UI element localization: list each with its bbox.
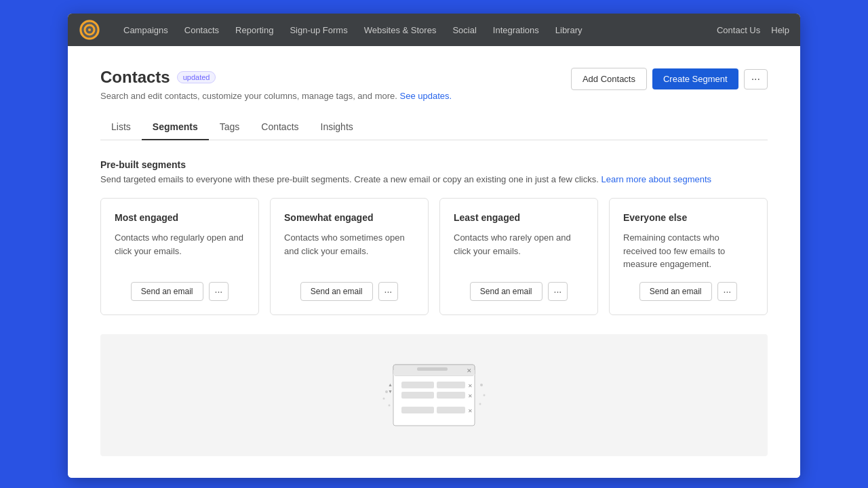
segment-card-most-engaged: Most engaged Contacts who regularly open… xyxy=(100,198,259,315)
tab-tags[interactable]: Tags xyxy=(209,115,251,140)
navbar: Campaigns Contacts Reporting Sign-up For… xyxy=(68,14,800,46)
svg-point-19 xyxy=(383,397,385,399)
svg-rect-8 xyxy=(417,367,448,371)
tab-segments[interactable]: Segments xyxy=(142,115,209,140)
nav-social[interactable]: Social xyxy=(446,21,483,39)
updated-badge: updated xyxy=(177,71,216,83)
nav-websites-stores[interactable]: Websites & Stores xyxy=(357,21,443,39)
create-segment-area: ✕ ✕ ✕ ✕ xyxy=(100,334,768,456)
add-contacts-button[interactable]: Add Contacts xyxy=(571,68,647,90)
segment-card-least-engaged: Least engaged Contacts who rarely open a… xyxy=(439,198,598,315)
svg-rect-13 xyxy=(437,392,465,399)
svg-rect-15 xyxy=(401,407,434,413)
segment-card-everyone-else: Everyone else Remaining contacts who rec… xyxy=(609,198,768,315)
learn-more-link[interactable]: Learn more about segments xyxy=(601,174,712,184)
page-subtitle: Search and edit contacts, customize your… xyxy=(100,91,452,101)
main-content: Contacts updated Search and edit contact… xyxy=(68,46,800,478)
segment-cards: Most engaged Contacts who regularly open… xyxy=(100,198,768,315)
card-title-most-engaged: Most engaged xyxy=(115,212,245,223)
tab-lists[interactable]: Lists xyxy=(100,115,142,140)
segment-card-somewhat-engaged: Somewhat engaged Contacts who sometimes … xyxy=(270,198,429,315)
svg-rect-16 xyxy=(437,407,465,413)
nav-reporting[interactable]: Reporting xyxy=(229,21,280,39)
card-title-somewhat-engaged: Somewhat engaged xyxy=(284,212,414,223)
card-dots-everyone-else[interactable]: ··· xyxy=(717,282,738,301)
tabs: Lists Segments Tags Contacts Insights xyxy=(100,115,768,140)
svg-text:✕: ✕ xyxy=(467,367,472,374)
page-title-text: Contacts xyxy=(100,68,170,87)
svg-point-22 xyxy=(484,394,486,396)
card-title-everyone-else: Everyone else xyxy=(623,212,753,223)
nav-campaigns[interactable]: Campaigns xyxy=(117,21,175,39)
navbar-links: Campaigns Contacts Reporting Sign-up For… xyxy=(117,21,717,39)
svg-point-3 xyxy=(88,28,91,31)
card-actions-somewhat-engaged: Send an email ··· xyxy=(284,282,414,301)
tab-insights[interactable]: Insights xyxy=(310,115,364,140)
logo[interactable] xyxy=(79,19,100,41)
card-desc-everyone-else: Remaining contacts who received too few … xyxy=(623,231,753,271)
send-email-everyone-else[interactable]: Send an email xyxy=(639,282,712,301)
page-header: Contacts updated Search and edit contact… xyxy=(100,68,768,101)
nav-help[interactable]: Help xyxy=(771,25,789,35)
svg-point-23 xyxy=(479,403,481,405)
prebuilt-segments-section: Pre-built segments Send targeted emails … xyxy=(100,159,768,315)
card-dots-somewhat-engaged[interactable]: ··· xyxy=(378,282,399,301)
svg-text:▼: ▼ xyxy=(388,389,393,394)
send-email-least-engaged[interactable]: Send an email xyxy=(470,282,542,301)
send-email-somewhat-engaged[interactable]: Send an email xyxy=(300,282,373,301)
send-email-most-engaged[interactable]: Send an email xyxy=(131,282,203,301)
svg-rect-9 xyxy=(401,382,434,388)
card-desc-least-engaged: Contacts who rarely open and click your … xyxy=(454,231,584,271)
svg-rect-12 xyxy=(401,392,434,399)
card-title-least-engaged: Least engaged xyxy=(454,212,584,223)
card-desc-most-engaged: Contacts who regularly open and click yo… xyxy=(115,231,245,271)
nav-contacts[interactable]: Contacts xyxy=(178,21,226,39)
create-segment-button[interactable]: Create Segment xyxy=(652,68,738,89)
svg-text:✕: ✕ xyxy=(468,393,473,399)
svg-text:✕: ✕ xyxy=(468,383,473,389)
svg-text:✕: ✕ xyxy=(468,408,473,414)
card-dots-most-engaged[interactable]: ··· xyxy=(209,282,229,301)
card-desc-somewhat-engaged: Contacts who sometimes open and click yo… xyxy=(284,231,414,271)
section-desc: Send targeted emails to everyone with th… xyxy=(100,174,768,184)
svg-point-21 xyxy=(480,384,483,386)
page-title: Contacts updated xyxy=(100,68,452,87)
navbar-right: Contact Us Help xyxy=(717,25,789,35)
nav-library[interactable]: Library xyxy=(549,21,589,39)
page-title-section: Contacts updated Search and edit contact… xyxy=(100,68,452,101)
card-actions-least-engaged: Send an email ··· xyxy=(454,282,584,301)
card-actions-everyone-else: Send an email ··· xyxy=(623,282,753,301)
svg-rect-6 xyxy=(393,370,475,375)
nav-contact-us[interactable]: Contact Us xyxy=(717,25,760,35)
nav-integrations[interactable]: Integrations xyxy=(486,21,546,39)
more-options-button[interactable]: ··· xyxy=(744,69,768,89)
segment-builder-illustration: ✕ ✕ ✕ ✕ xyxy=(380,358,488,432)
nav-signup-forms[interactable]: Sign-up Forms xyxy=(283,21,354,39)
page-actions: Add Contacts Create Segment ··· xyxy=(571,68,768,90)
card-dots-least-engaged[interactable]: ··· xyxy=(548,282,568,301)
section-title: Pre-built segments xyxy=(100,159,768,170)
svg-point-20 xyxy=(389,404,391,406)
tab-contacts[interactable]: Contacts xyxy=(250,115,309,140)
card-actions-most-engaged: Send an email ··· xyxy=(115,282,245,301)
svg-rect-10 xyxy=(437,382,465,388)
see-updates-link[interactable]: See updates. xyxy=(400,91,452,101)
svg-text:▲: ▲ xyxy=(388,382,393,387)
